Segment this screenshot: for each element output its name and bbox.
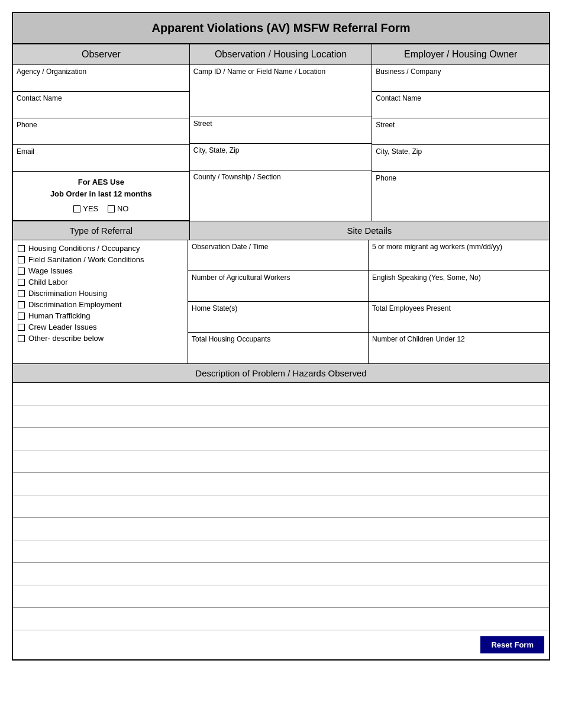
trafficking-checkbox[interactable]: [18, 313, 25, 320]
agency-field: Agency / Organization: [13, 65, 189, 92]
num-ag-workers-field: Number of Agricultural Workers: [188, 271, 368, 302]
observer-phone-field: Phone: [13, 118, 189, 145]
obs-county-value[interactable]: [193, 182, 369, 194]
field-label: Field Sanitation / Work Conditions: [28, 255, 144, 264]
reset-button[interactable]: Reset Form: [480, 636, 544, 653]
referral-item-child: Child Labor: [18, 278, 183, 286]
desc-line-11[interactable]: [13, 608, 549, 630]
home-states-label: Home State(s): [192, 304, 364, 313]
desc-line-4[interactable]: [13, 450, 549, 473]
disc-housing-checkbox[interactable]: [18, 290, 25, 297]
referral-body: Housing Conditions / Occupancy Field San…: [13, 240, 549, 364]
children-under-12-field: Number of Children Under 12: [369, 333, 549, 363]
agency-value[interactable]: [17, 77, 186, 89]
home-states-value[interactable]: [192, 314, 364, 326]
disc-employment-checkbox[interactable]: [18, 301, 25, 308]
description-lines: [13, 383, 549, 630]
english-speaking-field: English Speaking (Yes, Some, No): [369, 271, 549, 302]
business-value[interactable]: [376, 77, 545, 89]
desc-line-9[interactable]: [13, 563, 549, 585]
obs-city-value[interactable]: [193, 156, 369, 167]
child-checkbox[interactable]: [18, 279, 25, 286]
desc-line-5[interactable]: [13, 473, 549, 495]
yes-checkbox-container[interactable]: YES: [73, 203, 98, 215]
employer-contact-label: Contact Name: [376, 94, 545, 102]
referral-item-wage: Wage Issues: [18, 266, 183, 275]
children-under-12-value[interactable]: [372, 344, 545, 356]
total-employees-value[interactable]: [372, 314, 545, 326]
obs-county-field: County / Township / Section: [190, 170, 372, 197]
referral-item-other: Other- describe below: [18, 334, 183, 343]
num-ag-workers-label: Number of Agricultural Workers: [192, 273, 364, 282]
desc-line-8[interactable]: [13, 540, 549, 563]
disc-employment-label: Discrimination Employment: [28, 300, 122, 309]
wage-label: Wage Issues: [28, 266, 73, 275]
description-header: Description of Problem / Hazards Observe…: [13, 364, 549, 383]
employer-phone-label: Phone: [376, 174, 545, 182]
referral-item-disc-housing: Discrimination Housing: [18, 289, 183, 298]
employer-street-label: Street: [376, 121, 545, 129]
total-housing-label: Total Housing Occupants: [192, 335, 364, 343]
observer-contact-value[interactable]: [17, 104, 186, 115]
observer-contact-label: Contact Name: [17, 94, 186, 102]
observer-contact-field: Contact Name: [13, 92, 189, 118]
obs-city-label: City, State, Zip: [193, 146, 369, 154]
total-employees-field: Total Employees Present: [369, 302, 549, 333]
obs-date-field: Observation Date / Time: [188, 240, 368, 271]
referral-checkboxes: Housing Conditions / Occupancy Field San…: [13, 240, 188, 363]
no-checkbox-container[interactable]: NO: [108, 203, 129, 215]
disc-housing-label: Discrimination Housing: [28, 289, 107, 298]
children-under-12-label: Number of Children Under 12: [372, 335, 545, 343]
no-checkbox[interactable]: [108, 205, 115, 212]
yes-checkbox[interactable]: [73, 205, 80, 212]
wage-checkbox[interactable]: [18, 268, 25, 275]
crew-label: Crew Leader Issues: [28, 323, 97, 331]
agency-label: Agency / Organization: [17, 67, 186, 76]
aes-line1: For AES Use: [17, 176, 186, 188]
main-body: Agency / Organization Contact Name Phone…: [13, 65, 549, 221]
desc-line-2[interactable]: [13, 405, 549, 428]
english-speaking-label: English Speaking (Yes, Some, No): [372, 273, 545, 282]
employer-column: Business / Company Contact Name Street C…: [372, 65, 549, 221]
desc-line-6[interactable]: [13, 495, 549, 518]
housing-checkbox[interactable]: [18, 245, 25, 252]
total-housing-value[interactable]: [192, 344, 364, 356]
observer-phone-value[interactable]: [17, 130, 186, 142]
camp-id-value[interactable]: [193, 77, 369, 89]
business-field: Business / Company: [372, 65, 549, 92]
section-header-row: Type of Referral Site Details: [13, 221, 549, 240]
five-or-more-field: 5 or more migrant ag workers (mm/dd/yy): [369, 240, 549, 271]
observer-email-value[interactable]: [17, 157, 186, 169]
housing-label: Housing Conditions / Occupancy: [28, 244, 140, 253]
employer-city-field: City, State, Zip: [372, 145, 549, 172]
referral-item-disc-employment: Discrimination Employment: [18, 300, 183, 309]
desc-line-1[interactable]: [13, 383, 549, 405]
employer-city-value[interactable]: [376, 157, 545, 169]
employer-street-value[interactable]: [376, 130, 545, 142]
five-or-more-value[interactable]: [372, 252, 545, 264]
yes-label: YES: [83, 203, 98, 215]
desc-line-7[interactable]: [13, 518, 549, 540]
aes-use-box: For AES Use Job Order in last 12 months …: [13, 172, 189, 221]
desc-line-10[interactable]: [13, 585, 549, 608]
employer-phone-value[interactable]: [376, 183, 545, 195]
obs-city-field: City, State, Zip: [190, 144, 372, 170]
observation-column: Camp ID / Name or Field Name / Location …: [190, 65, 373, 221]
obs-date-value[interactable]: [192, 252, 364, 264]
obs-street-field: Street: [190, 117, 372, 144]
crew-checkbox[interactable]: [18, 324, 25, 331]
num-ag-workers-value[interactable]: [192, 283, 364, 295]
field-checkbox[interactable]: [18, 256, 25, 263]
site-details-section-header: Site Details: [190, 221, 549, 240]
other-checkbox[interactable]: [18, 335, 25, 342]
employer-contact-value[interactable]: [376, 104, 545, 115]
english-speaking-value[interactable]: [372, 283, 545, 295]
form-title: Apparent Violations (AV) MSFW Referral F…: [13, 13, 549, 44]
obs-street-value[interactable]: [193, 129, 369, 141]
site-right-col: 5 or more migrant ag workers (mm/dd/yy) …: [369, 240, 549, 363]
observer-email-field: Email: [13, 145, 189, 172]
referral-item-field: Field Sanitation / Work Conditions: [18, 255, 183, 264]
five-or-more-label: 5 or more migrant ag workers (mm/dd/yy): [372, 243, 545, 251]
employer-street-field: Street: [372, 118, 549, 145]
desc-line-3[interactable]: [13, 428, 549, 450]
